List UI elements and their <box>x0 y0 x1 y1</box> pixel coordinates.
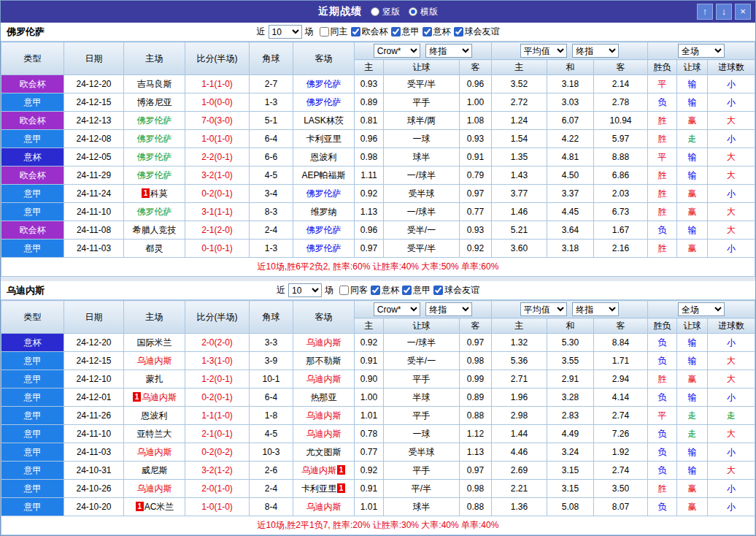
home-team-cell[interactable]: 1科莫 <box>124 185 185 203</box>
away-team-cell[interactable]: 卡利亚里1 <box>293 480 355 498</box>
away-team-cell[interactable]: 乌迪内斯 <box>293 334 355 352</box>
home-team-cell[interactable]: 佛罗伦萨 <box>124 148 185 166</box>
home-team-cell[interactable]: 1乌迪内斯 <box>124 388 185 407</box>
home-team-cell[interactable]: 希腊人竞技 <box>124 221 185 240</box>
home-team-cell[interactable]: 乌迪内斯 <box>124 443 185 462</box>
col-header-score: 比分(半场) <box>185 301 250 334</box>
odds-time-select[interactable]: 终指 <box>425 44 472 58</box>
away-team-cell[interactable]: 尤文图斯 <box>293 443 355 462</box>
away-team-cell[interactable]: 佛罗伦萨 <box>293 75 355 93</box>
away-team-cell[interactable]: 乌迪内斯1 <box>293 462 355 480</box>
filter-checkbox-意甲[interactable]: 意甲 <box>402 284 431 296</box>
handicap-away-odds-cell: 1.08 <box>460 112 492 130</box>
move-up-button[interactable]: ↑ <box>697 4 713 20</box>
away-team-cell[interactable]: 乌迪内斯 <box>293 425 355 443</box>
avg-draw-odds-cell: 3.37 <box>547 185 594 203</box>
checkbox-意杯[interactable] <box>423 27 432 37</box>
sub-header-result-handicap: 让球 <box>677 318 708 334</box>
score-cell: 0-1(0-1) <box>185 240 250 258</box>
away-team-cell[interactable]: 卡利亚里 <box>293 130 355 148</box>
odds-company-select[interactable]: Crow* <box>374 302 420 316</box>
avg-draw-odds-cell: 3.18 <box>547 240 594 258</box>
checkbox-意甲[interactable] <box>391 27 401 37</box>
avg-company-select[interactable]: 平均值 <box>520 44 567 58</box>
checkbox-欧会杯[interactable] <box>351 27 360 37</box>
away-team-cell[interactable]: 维罗纳 <box>293 203 355 221</box>
filter-checkbox-同主[interactable]: 同主 <box>320 26 348 38</box>
home-team-cell[interactable]: 佛罗伦萨 <box>124 112 185 130</box>
away-team-cell[interactable]: 那不勒斯 <box>293 352 355 370</box>
avg-home-odds-cell: 2.72 <box>492 93 547 112</box>
handicap-line-cell: 球半/两 <box>384 112 460 130</box>
handicap-away-odds-cell: 0.98 <box>460 352 492 370</box>
away-team-cell[interactable]: AEP帕福斯 <box>293 166 355 185</box>
match-scope-select[interactable]: 全场 <box>678 302 725 316</box>
away-team-cell[interactable]: 佛罗伦萨 <box>293 240 355 258</box>
home-team-cell[interactable]: 都灵 <box>124 240 185 258</box>
table-row: 意甲 24-11-03 都灵 0-1(0-1) 1-3 佛罗伦萨 0.97 受平… <box>1 240 755 258</box>
away-team-cell[interactable]: 乌迪内斯 <box>293 498 355 516</box>
team-label: 卡利亚里 <box>301 483 336 494</box>
handicap-away-odds-cell: 0.91 <box>460 148 492 166</box>
home-team-cell[interactable]: 博洛尼亚 <box>124 93 185 112</box>
col-header-away: 客场 <box>293 301 355 334</box>
handicap-home-odds-cell: 0.91 <box>355 352 384 370</box>
avg-time-select[interactable]: 终指 <box>572 44 619 58</box>
checkbox-球会友谊[interactable] <box>433 286 443 295</box>
close-button[interactable]: × <box>735 4 751 20</box>
away-team-cell[interactable]: 热那亚 <box>293 388 355 407</box>
team-label: 佛罗伦萨 <box>137 152 172 162</box>
away-team-cell[interactable]: 佛罗伦萨 <box>293 185 355 203</box>
checkbox-意甲[interactable] <box>402 286 412 295</box>
home-team-cell[interactable]: 吉马良斯 <box>124 75 185 93</box>
avg-time-select[interactable]: 终指 <box>572 302 619 316</box>
away-team-cell[interactable]: 佛罗伦萨 <box>293 93 355 112</box>
radio-vertical-circle-icon <box>371 7 379 16</box>
radio-vertical-layout[interactable]: 竖版 <box>371 6 400 18</box>
date-cell: 24-12-05 <box>64 148 124 166</box>
filter-checkbox-球会友谊[interactable]: 球会友谊 <box>454 26 500 38</box>
section-header: 佛罗伦萨 近 10 场 同主欧会杯意甲意杯球会友谊 <box>1 23 755 42</box>
handicap-line-cell: 受半球 <box>384 443 460 462</box>
away-team-cell[interactable]: 乌迪内斯 <box>293 370 355 388</box>
avg-company-select[interactable]: 平均值 <box>520 302 567 316</box>
away-team-cell[interactable]: 乌迪内斯 <box>293 407 355 425</box>
home-team-cell[interactable]: 佛罗伦萨 <box>124 130 185 148</box>
filter-checkbox-意杯[interactable]: 意杯 <box>371 284 399 296</box>
checkbox-球会友谊[interactable] <box>454 27 463 37</box>
odds-company-select[interactable]: Crow* <box>374 44 420 58</box>
filter-checkbox-意甲[interactable]: 意甲 <box>391 26 420 38</box>
team-label: 佛罗伦萨 <box>137 115 172 126</box>
home-team-cell[interactable]: 乌迪内斯 <box>124 352 185 370</box>
away-team-cell[interactable]: 佛罗伦萨 <box>293 221 355 240</box>
match-count-select[interactable]: 10 <box>288 283 322 297</box>
home-team-cell[interactable]: 恩波利 <box>124 407 185 425</box>
match-count-select[interactable]: 10 <box>269 25 302 39</box>
away-team-cell[interactable]: 恩波利 <box>293 148 355 166</box>
radio-horizontal-layout[interactable]: 横版 <box>409 6 438 18</box>
home-team-cell[interactable]: 佛罗伦萨 <box>124 203 185 221</box>
checkbox-意杯[interactable] <box>371 286 380 295</box>
checkbox-同客[interactable] <box>339 286 349 295</box>
team-label: 维罗纳 <box>311 207 337 217</box>
match-scope-select[interactable]: 全场 <box>678 44 725 58</box>
filter-checkbox-意杯[interactable]: 意杯 <box>423 26 451 38</box>
avg-away-odds-cell: 2.16 <box>594 240 648 258</box>
home-team-cell[interactable]: 国际米兰 <box>124 334 185 352</box>
home-team-cell[interactable]: 蒙扎 <box>124 370 185 388</box>
avg-away-odds-cell: 8.07 <box>594 498 648 516</box>
home-team-cell[interactable]: 1AC米兰 <box>124 498 185 516</box>
odds-time-select[interactable]: 终指 <box>425 302 472 316</box>
home-team-cell[interactable]: 佛罗伦萨 <box>124 166 185 185</box>
away-team-cell[interactable]: LASK林茨 <box>293 112 355 130</box>
filter-checkbox-同客[interactable]: 同客 <box>339 284 368 296</box>
checkbox-同主[interactable] <box>320 27 329 37</box>
home-team-cell[interactable]: 亚特兰大 <box>124 425 185 443</box>
filter-checkbox-欧会杯[interactable]: 欧会杯 <box>351 26 388 38</box>
result-goals-cell: 小 <box>708 334 755 352</box>
home-team-cell[interactable]: 威尼斯 <box>124 462 185 480</box>
handicap-odds-group-header: Crow* 终指 <box>355 301 492 318</box>
filter-checkbox-球会友谊[interactable]: 球会友谊 <box>433 284 479 296</box>
move-down-button[interactable]: ↓ <box>716 4 732 20</box>
home-team-cell[interactable]: 乌迪内斯 <box>124 480 185 498</box>
